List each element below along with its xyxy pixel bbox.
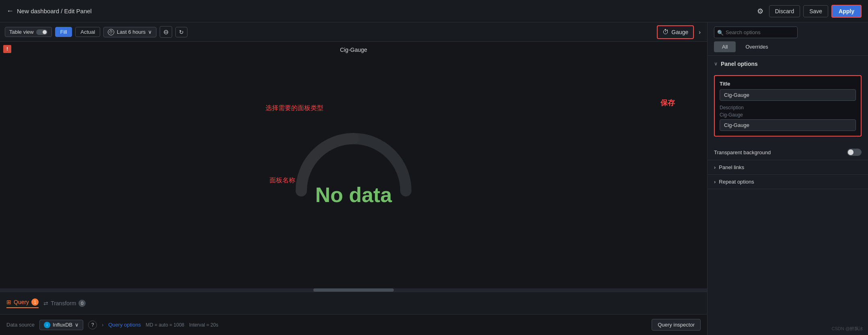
transform-tab-label: Transform xyxy=(51,300,76,306)
viz-scrollbar-thumb xyxy=(313,288,394,292)
time-range-label: Last 6 hours xyxy=(117,29,146,35)
main-layout: Table view Fill Actual ⏱ Last 6 hours ∨ … xyxy=(0,22,868,335)
breadcrumb-title: New dashboard / Edit Panel xyxy=(17,8,92,14)
tab-overrides-button[interactable]: Overrides xyxy=(737,41,776,52)
no-data-label: No data xyxy=(315,183,392,207)
transform-tab[interactable]: ⇄ Transform 0 xyxy=(43,300,86,307)
chevron-right-icon: › xyxy=(102,322,103,328)
table-view-label: Table view xyxy=(9,29,34,35)
title-field-label: Title xyxy=(720,81,856,87)
datasource-label: Data source xyxy=(6,322,35,328)
repeat-options-label: Repeat options xyxy=(719,179,754,185)
panel-options-section-label: Panel options xyxy=(721,61,758,67)
search-options-input[interactable] xyxy=(714,27,798,38)
toggle-switch-icon xyxy=(36,29,47,35)
refresh-button[interactable]: ↻ xyxy=(175,27,187,37)
datasource-chevron-icon: ∨ xyxy=(75,322,79,328)
top-bar: ← New dashboard / Edit Panel ⚙ Discard S… xyxy=(0,0,868,22)
apply-button[interactable]: Apply xyxy=(831,5,862,18)
back-button[interactable]: ← New dashboard / Edit Panel xyxy=(6,7,92,15)
gauge-visualization: No data xyxy=(289,127,418,207)
viz-expand-button[interactable]: › xyxy=(697,27,702,37)
description-input[interactable] xyxy=(720,119,856,131)
interval-meta-label: Interval = 20s xyxy=(189,322,218,328)
datasource-name: InfluxDB xyxy=(53,322,72,328)
watermark: CSDN @醉飘冰 xyxy=(832,326,863,332)
toggle-knob xyxy=(43,30,47,34)
query-options-link[interactable]: Query options xyxy=(108,322,141,328)
annotation-panel-type: 选择需要的面板类型 xyxy=(265,104,323,112)
right-panel-header: 🔍 xyxy=(708,22,868,38)
zoom-out-button[interactable]: ⊖ xyxy=(160,26,172,38)
query-tab-badge: 1 xyxy=(31,298,39,306)
search-icon: 🔍 xyxy=(717,29,724,35)
visualization-area: ! Cig-Gauge 选择需要的面板类型 面板名称 保存 xyxy=(0,42,707,292)
panel-links-label: Panel links xyxy=(719,164,744,170)
table-view-toggle[interactable]: Table view xyxy=(5,27,52,37)
panel-links-chevron-icon: › xyxy=(714,164,716,170)
search-wrapper: 🔍 xyxy=(714,27,862,38)
save-button[interactable]: Save xyxy=(803,5,828,17)
query-tab[interactable]: ⊞ Query 1 xyxy=(6,298,39,308)
viz-type-button[interactable]: ⏱ Gauge xyxy=(657,25,694,39)
clock-icon: ⏱ xyxy=(108,29,114,35)
chevron-down-icon: ∨ xyxy=(148,29,152,35)
gauge-icon: ⏱ xyxy=(662,29,669,36)
repeat-options-chevron-icon: › xyxy=(714,179,716,185)
transparent-background-row: Transparent background xyxy=(708,145,868,160)
settings-button[interactable]: ⚙ xyxy=(755,4,766,18)
discard-button[interactable]: Discard xyxy=(769,5,800,17)
right-panel: 🔍 All Overrides ∨ Panel options Title De… xyxy=(707,22,868,335)
datasource-selector[interactable]: i InfluxDB ∨ xyxy=(39,320,83,330)
back-arrow-icon: ← xyxy=(6,7,14,15)
panel-options-chevron-icon: ∨ xyxy=(714,61,718,67)
panel-options-content: Title Description Cig-Gauge xyxy=(708,72,868,145)
tab-all-button[interactable]: All xyxy=(714,41,736,52)
influxdb-icon: i xyxy=(44,322,50,328)
transparent-bg-label: Transparent background xyxy=(714,149,771,155)
actual-button[interactable]: Actual xyxy=(75,27,100,37)
annotation-save: 保存 xyxy=(660,98,675,108)
panel-title: Cig-Gauge xyxy=(340,47,367,53)
toggle-knob-icon xyxy=(848,149,854,155)
query-tab-label: Query xyxy=(14,299,29,305)
time-range-selector[interactable]: ⏱ Last 6 hours ∨ xyxy=(103,27,156,37)
transform-tab-badge: 0 xyxy=(78,300,86,307)
transform-tab-icon: ⇄ xyxy=(43,300,48,306)
panel-toolbar: Table view Fill Actual ⏱ Last 6 hours ∨ … xyxy=(0,22,707,42)
fill-button[interactable]: Fill xyxy=(55,27,72,37)
query-inspector-button[interactable]: Query inspector xyxy=(652,319,701,331)
md-meta-label: MD = auto = 1008 xyxy=(146,322,184,328)
query-tabs-bar: ⊞ Query 1 ⇄ Transform 0 xyxy=(0,292,707,314)
viz-type-label: Gauge xyxy=(671,29,688,35)
center-panel: Table view Fill Actual ⏱ Last 6 hours ∨ … xyxy=(0,22,707,335)
right-panel-tabs: All Overrides xyxy=(708,38,868,56)
query-options-row: Data source i InfluxDB ∨ ? › Query optio… xyxy=(0,314,707,335)
query-tab-icon: ⊞ xyxy=(6,299,11,305)
panel-links-section: › Panel links xyxy=(708,160,868,175)
title-field-group: Title Description Cig-Gauge xyxy=(714,75,862,137)
warning-badge: ! xyxy=(3,45,11,53)
description-hint: Cig-Gauge xyxy=(720,112,856,118)
description-sublabel: Description xyxy=(720,105,856,110)
title-input[interactable] xyxy=(720,89,856,101)
panel-links-header[interactable]: › Panel links xyxy=(714,164,862,170)
datasource-help-button[interactable]: ? xyxy=(88,321,97,329)
repeat-options-section: › Repeat options xyxy=(708,175,868,189)
viz-scrollbar[interactable] xyxy=(0,288,707,292)
top-bar-actions: ⚙ Discard Save Apply xyxy=(755,4,862,18)
repeat-options-header[interactable]: › Repeat options xyxy=(714,179,862,185)
panel-options-section-header[interactable]: ∨ Panel options xyxy=(708,56,868,72)
transparent-bg-toggle[interactable] xyxy=(847,149,862,156)
